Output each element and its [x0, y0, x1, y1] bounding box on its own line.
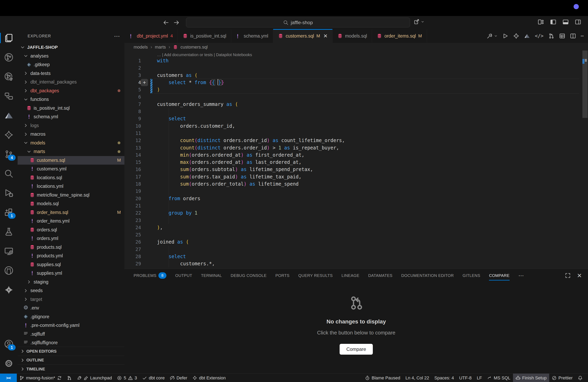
code-line-14[interactable]: 14 min(orders.ordered_at) as first_order…: [125, 152, 588, 159]
code-line-11[interactable]: 11: [125, 130, 588, 137]
chevron-down-icon[interactable]: [494, 34, 498, 38]
share-button[interactable]: [414, 19, 424, 25]
breadcrumb-item[interactable]: marts: [155, 45, 166, 50]
panel-tab-debug-console[interactable]: DEBUG CONSOLE: [231, 269, 267, 282]
datapilot-icon[interactable]: [524, 33, 530, 39]
tree-item-metricflow-time-spine-sql[interactable]: metricflow_time_spine.sql: [18, 191, 125, 200]
status-item-blame[interactable]: Blame Paused: [362, 374, 403, 382]
tree-item-locations-yml[interactable]: !locations.yml: [18, 182, 125, 191]
status-item-prettier[interactable]: Prettier: [549, 374, 575, 382]
status-item-cursor-position[interactable]: Ln 4, Col 22: [403, 374, 432, 382]
activity-item-lineage-icon[interactable]: [0, 87, 18, 105]
panel-tab-terminal[interactable]: TERMINAL: [201, 269, 222, 282]
panel-tab-ports[interactable]: PORTS: [275, 269, 290, 282]
tree-item-orders-sql[interactable]: orders.sql: [18, 226, 125, 234]
code-line-1[interactable]: 1with: [125, 57, 588, 64]
status-item-finish-setup[interactable]: Finish Setup: [513, 374, 549, 382]
tree-item-products-sql[interactable]: products.sql: [18, 243, 125, 252]
status-item-encoding[interactable]: UTF-8: [457, 374, 474, 382]
tree-item-jaffle-shop[interactable]: JAFFLE-SHOP: [18, 43, 125, 52]
code-line-22[interactable]: 22 group by 1: [125, 209, 588, 217]
code-line-23[interactable]: 23: [125, 217, 588, 224]
forward-arrow-icon[interactable]: [173, 19, 180, 26]
editor-tab-schema-yml[interactable]: !schema.yml: [231, 29, 273, 43]
tree-item-seeds[interactable]: seeds: [18, 286, 125, 295]
compare-button[interactable]: Compare: [340, 344, 373, 355]
code-line-4[interactable]: 4 select * from {{ }}: [125, 79, 588, 86]
code-line-13[interactable]: 13 count(distinct orders.order_id) > 1 a…: [125, 144, 588, 152]
dbt-run-icon[interactable]: [513, 33, 519, 39]
status-item-dbt-core[interactable]: dbt core: [140, 374, 168, 382]
activity-item-testing-icon[interactable]: [0, 223, 18, 241]
panel-tab-lineage[interactable]: LINEAGE: [341, 269, 359, 282]
tree-item-supplies-yml[interactable]: !supplies.yml: [18, 269, 125, 278]
code-editor[interactable]: … | Add documentation or tests | Datapil…: [125, 51, 588, 269]
close-panel-icon[interactable]: ✕: [577, 272, 582, 279]
activity-item-search-icon[interactable]: [0, 165, 18, 182]
tree-item-products-yml[interactable]: !products.yml: [18, 251, 125, 260]
tree-item-is-positive-int-sql[interactable]: is_positive_int.sql: [18, 104, 125, 113]
activity-item-explorer-icon[interactable]: [0, 29, 18, 47]
close-icon[interactable]: ✕: [323, 33, 328, 39]
status-item-git-branch[interactable]: mwong-fusion*: [17, 374, 64, 382]
tree-item-env[interactable]: .env: [18, 304, 125, 312]
activity-item-run-and-debug-icon[interactable]: [0, 184, 18, 202]
back-arrow-icon[interactable]: [162, 19, 169, 26]
activity-item-source-control-graph-icon[interactable]: [0, 49, 18, 66]
breadcrumb-file[interactable]: customers.sql: [181, 45, 208, 50]
status-item-defer[interactable]: Defer: [167, 374, 190, 382]
panel-tab-documentation-editor[interactable]: DOCUMENTATION EDITOR: [401, 269, 454, 282]
code-line-19[interactable]: 19: [125, 188, 588, 195]
tree-item-order-items-sql[interactable]: order_items.sqlM: [18, 208, 125, 217]
panel-more-tabs-icon[interactable]: ⋯: [518, 272, 524, 279]
gutter-add-button[interactable]: +: [141, 79, 148, 86]
activity-item-source-control-icon[interactable]: 4: [0, 145, 18, 163]
code-line-29[interactable]: 29 customers.*,: [125, 260, 588, 267]
status-item-indentation[interactable]: Spaces: 4: [432, 374, 457, 382]
code-line-9[interactable]: 9 select: [125, 115, 588, 122]
panel-tab-gitlens[interactable]: GITLENS: [462, 269, 480, 282]
tree-item-logs[interactable]: logs: [18, 121, 125, 130]
status-item-language-mode[interactable]: MS SQL: [484, 374, 513, 382]
activity-item-remote-explorer-icon[interactable]: [0, 242, 18, 260]
code-line-21[interactable]: 21: [125, 202, 588, 209]
editor-tab-order-items-sql[interactable]: order_items.sqlM: [372, 29, 427, 43]
code-line-2[interactable]: 2: [125, 64, 588, 72]
code-line-5[interactable]: 5): [125, 86, 588, 93]
customize-layout-icon[interactable]: [538, 19, 544, 25]
code-line-28[interactable]: 28 select: [125, 253, 588, 260]
tree-item-staging[interactable]: staging: [18, 278, 125, 286]
activity-item-dbt-project-health-icon[interactable]: [0, 68, 18, 86]
explorer-more-actions-icon[interactable]: ⋯: [114, 33, 120, 39]
code-line-10[interactable]: 10 orders.customer_id,: [125, 122, 588, 130]
build-tools-icon[interactable]: [486, 33, 492, 39]
pull-request-icon[interactable]: [548, 33, 554, 39]
sidebar-section-timeline[interactable]: TIMELINE: [18, 364, 125, 373]
sidebar-section-outline[interactable]: OUTLINE: [18, 356, 125, 365]
breadcrumb[interactable]: models›marts›customers.sql: [125, 43, 588, 51]
activity-item-github-icon[interactable]: [0, 262, 18, 279]
toggle-sidebar-icon[interactable]: [550, 19, 556, 25]
toggle-panel-icon[interactable]: [562, 19, 569, 25]
tree-item-sqlfluffignore[interactable]: .sqlfluffignore: [18, 339, 125, 347]
code-line-26[interactable]: 26joined as (: [125, 238, 588, 246]
open-code-icon[interactable]: </>: [535, 33, 543, 39]
panel-tab-output[interactable]: OUTPUT: [175, 269, 192, 282]
tree-item-models[interactable]: models: [18, 139, 125, 148]
activity-item-extensions-icon[interactable]: 1: [0, 204, 18, 221]
editor-tab-dbt-project-yml[interactable]: !dbt_project.yml4: [125, 29, 178, 43]
status-item-launchpad[interactable]: Launchpad: [74, 374, 115, 382]
tree-item-schema-yml[interactable]: !schema.yml: [18, 113, 125, 121]
query-results-icon[interactable]: [559, 33, 565, 39]
code-line-8[interactable]: 8: [125, 108, 588, 115]
toggle-secondary-sidebar-icon[interactable]: [575, 19, 581, 25]
activity-item-accounts-icon[interactable]: 1: [0, 335, 18, 353]
tree-item-gitignore[interactable]: .gitignore: [18, 312, 125, 321]
code-line-20[interactable]: 20 from orders: [125, 195, 588, 202]
split-editor-icon[interactable]: [570, 33, 576, 39]
run-icon[interactable]: [503, 33, 508, 39]
activity-item-dbt-power-user-icon[interactable]: [0, 126, 18, 144]
status-item-problems[interactable]: 53: [114, 374, 140, 382]
codelens[interactable]: … | Add documentation or tests | Datapil…: [125, 51, 588, 57]
activity-item-manage-icon[interactable]: [0, 355, 18, 372]
